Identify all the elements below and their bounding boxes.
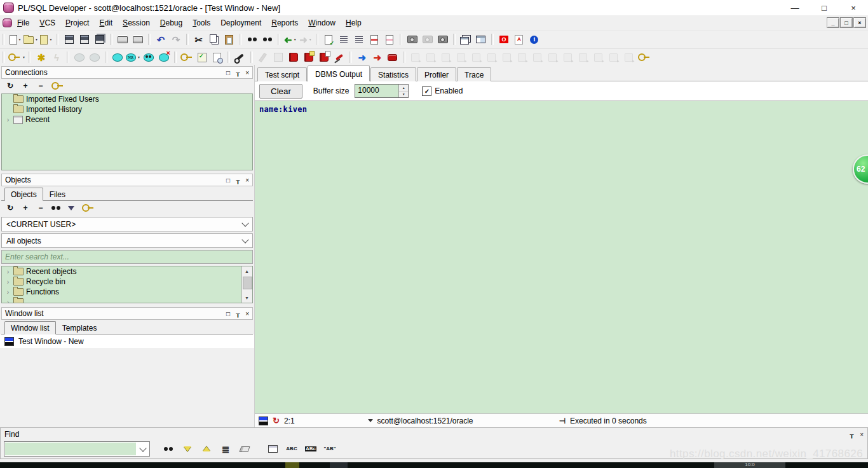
chevron-right-icon[interactable]: › <box>5 268 11 275</box>
syntax-check-button[interactable] <box>322 32 336 46</box>
spin-down-icon[interactable]: ▼ <box>399 92 408 98</box>
replace-dialog-button[interactable] <box>265 443 280 455</box>
cascade-windows-button[interactable] <box>459 32 473 46</box>
filter-button[interactable] <box>67 203 76 213</box>
undo-button[interactable]: ↶ <box>154 32 168 46</box>
buffer-size-value[interactable]: 10000 <box>355 85 398 97</box>
tab-trace[interactable]: Trace <box>457 67 491 81</box>
save-as-button[interactable] <box>78 32 92 46</box>
objects-close-icon[interactable]: × <box>245 177 249 184</box>
find-objects-button[interactable] <box>51 203 60 213</box>
scroll-thumb[interactable] <box>243 277 252 289</box>
refresh-button[interactable]: ↻ <box>6 81 15 91</box>
mdi-close-button[interactable]: × <box>853 17 866 28</box>
paste-button[interactable] <box>222 32 236 46</box>
refresh-button[interactable]: ↻ <box>6 203 15 213</box>
find-input[interactable] <box>5 443 136 455</box>
menu-item-edit[interactable]: Edit <box>94 17 118 29</box>
find-next-button[interactable] <box>261 32 275 46</box>
menu-item-window[interactable]: Window <box>303 17 341 29</box>
whole-words-button[interactable]: ABC <box>284 443 299 455</box>
tree-item[interactable]: ›Recent <box>2 114 252 125</box>
mdi-restore-button[interactable]: □ <box>840 17 853 28</box>
scroll-up-icon[interactable]: ▲ <box>242 266 252 276</box>
unindent-button[interactable] <box>352 32 366 46</box>
preferences-button[interactable] <box>180 50 194 64</box>
next-marker-button[interactable] <box>367 32 381 46</box>
expand-all-button[interactable]: + <box>21 203 30 213</box>
macro-library-button[interactable] <box>332 50 346 64</box>
new-button[interactable]: ▼ <box>8 32 22 46</box>
nav-back-button[interactable]: ➜▼ <box>283 32 297 46</box>
tab-test-script[interactable]: Test script <box>257 67 307 81</box>
save-button[interactable] <box>62 32 76 46</box>
restore-button[interactable]: □ <box>810 0 839 15</box>
menu-item-reports[interactable]: Reports <box>266 17 303 29</box>
tile-windows-button[interactable] <box>474 32 488 46</box>
kill-session-button[interactable] <box>157 50 171 64</box>
stop-execution-button[interactable] <box>386 50 400 64</box>
menu-item-vcs[interactable]: VCS <box>34 17 60 29</box>
record-macro-button[interactable] <box>405 32 419 46</box>
compile-dependents-button[interactable] <box>317 50 331 64</box>
case-sensitive-button[interactable]: ABc <box>303 443 318 455</box>
remove-connection-button[interactable]: − <box>36 81 45 91</box>
clear-button[interactable]: Clear <box>259 84 302 99</box>
refresh-status-icon[interactable]: ↻ <box>273 416 280 425</box>
find-button[interactable] <box>245 32 259 46</box>
find-previous-button[interactable] <box>199 443 214 455</box>
object-search-input[interactable] <box>2 252 252 261</box>
object-filter-select[interactable]: All objects <box>1 233 253 248</box>
objects-pin-icon[interactable]: ┰ <box>236 177 240 184</box>
chevron-right-icon[interactable]: › <box>5 116 11 123</box>
indent-button[interactable] <box>337 32 351 46</box>
tab-objects[interactable]: Objects <box>4 188 43 201</box>
find-close-icon[interactable]: × <box>860 431 864 438</box>
tree-item[interactable]: Imported Fixed Users <box>2 94 252 104</box>
compile-button[interactable] <box>287 50 301 64</box>
folder-options-button[interactable] <box>82 203 95 213</box>
buffer-size-stepper[interactable]: 10000 ▲ ▼ <box>355 84 409 98</box>
menu-item-tools[interactable]: Tools <box>187 17 215 29</box>
scroll-down-icon[interactable]: ▼ <box>242 293 252 303</box>
tab-templates[interactable]: Templates <box>56 321 104 334</box>
mdi-minimize-button[interactable]: _ <box>827 17 839 28</box>
connections-pin-icon[interactable]: ┰ <box>236 69 240 76</box>
to-do-items-button[interactable] <box>195 50 209 64</box>
about-button[interactable]: i <box>527 32 541 46</box>
execute-statement-button[interactable]: ➜ <box>370 50 384 64</box>
close-button[interactable]: × <box>839 0 868 15</box>
tab-window-list[interactable]: Window list <box>4 321 56 334</box>
add-connection-button[interactable]: + <box>21 81 30 91</box>
tab-files[interactable]: Files <box>43 188 72 201</box>
session-status-button[interactable] <box>111 50 125 64</box>
open-file-dropdown-icon[interactable]: ▼ <box>49 38 52 41</box>
find-database-objects-button[interactable] <box>142 50 156 64</box>
menu-item-session[interactable]: Session <box>118 17 155 29</box>
cut-button[interactable]: ✂ <box>192 32 206 46</box>
chevron-right-icon[interactable]: › <box>5 298 11 303</box>
connection-dropdown-icon[interactable] <box>368 419 373 422</box>
menu-item-deployment[interactable]: Deployment <box>215 17 266 29</box>
connections-restore-icon[interactable]: □ <box>226 69 230 76</box>
execute-button[interactable]: ✱ <box>34 50 48 64</box>
find-pin-icon[interactable]: ┰ <box>850 431 853 438</box>
new-dropdown-icon[interactable]: ▼ <box>18 38 22 41</box>
sql-window-button[interactable]: SQL▼ <box>126 50 140 64</box>
edit-connections-button[interactable] <box>51 81 64 91</box>
window-list-item[interactable]: Test Window - New <box>0 334 254 349</box>
pdf-export-button[interactable]: A <box>512 32 526 46</box>
tab-dbms-output[interactable]: DBMS Output <box>308 65 370 81</box>
tree-item[interactable]: ›Recycle bin <box>2 277 241 287</box>
collapse-all-button[interactable]: − <box>36 203 45 213</box>
reports-button[interactable] <box>210 50 224 64</box>
open-file-button[interactable]: ▼ <box>39 32 53 46</box>
tab-statistics[interactable]: Statistics <box>370 67 416 81</box>
compile-with-debug-button[interactable] <box>302 50 316 64</box>
find-combo[interactable] <box>4 441 150 457</box>
schema-select[interactable]: <CURRENT USER> <box>1 217 253 231</box>
tree-item[interactable]: › <box>2 297 241 303</box>
search-selection-button[interactable]: ≣ <box>218 443 233 455</box>
clear-highlight-button[interactable] <box>237 443 252 455</box>
open-dropdown-icon[interactable]: ▼ <box>35 38 38 41</box>
